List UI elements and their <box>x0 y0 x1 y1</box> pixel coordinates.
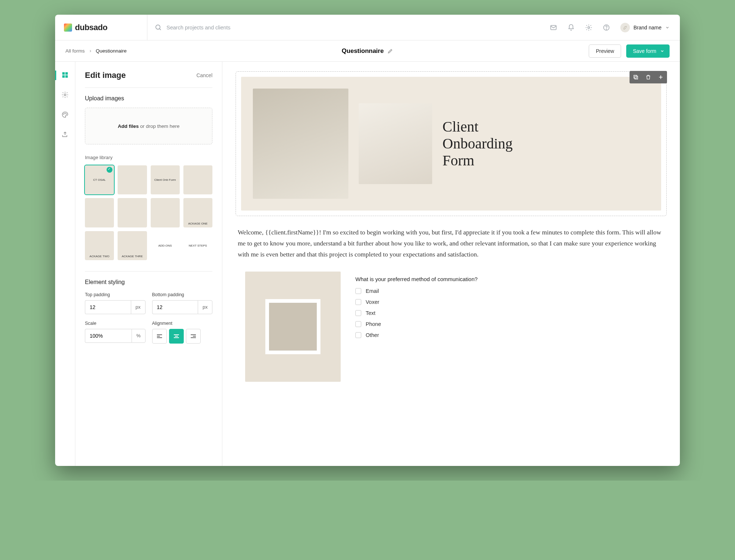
checkbox[interactable] <box>355 310 361 316</box>
breadcrumb-root[interactable]: All forms <box>65 48 85 54</box>
bottom-padding-label: Bottom padding <box>152 292 213 297</box>
svg-point-5 <box>606 29 606 29</box>
page-title-wrap: Questionnaire <box>342 47 393 55</box>
top-padding-input[interactable] <box>85 300 131 314</box>
panel-title: Edit image <box>85 71 126 80</box>
file-uploader[interactable]: Add files or drop them here <box>85 108 212 144</box>
checkbox-row[interactable]: Phone <box>355 321 657 327</box>
alignment-group <box>152 329 213 344</box>
pencil-icon[interactable] <box>387 48 393 54</box>
scale-label: Scale <box>85 321 146 326</box>
hero-image-left <box>253 89 348 199</box>
unit-label: px <box>131 300 146 314</box>
question-block: What is your preferred method of communi… <box>236 266 667 387</box>
checkbox-row[interactable]: Other <box>355 332 657 338</box>
palette-icon[interactable] <box>61 111 69 118</box>
library-thumb[interactable]: ACKAGE TWO <box>85 231 114 260</box>
library-thumb[interactable] <box>118 198 147 227</box>
checkbox-row[interactable]: Voxer <box>355 299 657 305</box>
sub-bar: All forms Questionnaire Questionnaire Pr… <box>55 40 680 62</box>
library-thumb[interactable]: Client Onb Form <box>151 165 180 194</box>
question-image[interactable] <box>245 272 341 382</box>
svg-point-11 <box>63 114 64 115</box>
hero-title: Client Onboarding Form <box>442 118 513 169</box>
tool-rail <box>55 62 75 466</box>
svg-line-1 <box>159 29 161 30</box>
library-thumb[interactable]: CT OSAL <box>85 165 114 194</box>
search <box>147 15 539 40</box>
upload-heading: Upload images <box>85 95 212 102</box>
hero-image: Client Onboarding Form <box>241 77 661 211</box>
intro-text[interactable]: Welcome, {{client.firstName}}! I'm so ex… <box>236 216 667 266</box>
bottom-padding-input[interactable] <box>152 300 198 314</box>
unit-label: px <box>198 300 212 314</box>
share-icon[interactable] <box>61 131 69 138</box>
chevron-right-icon <box>89 49 92 53</box>
page-title: Questionnaire <box>342 47 384 55</box>
library-thumb[interactable] <box>85 198 114 227</box>
image-library: CT OSAL Client Onb Form ACKAGE ONE ACKAG… <box>85 165 212 260</box>
avatar <box>620 23 630 32</box>
svg-rect-9 <box>65 75 68 78</box>
svg-rect-7 <box>65 72 68 75</box>
library-thumb[interactable] <box>118 165 147 194</box>
svg-rect-6 <box>62 72 65 75</box>
gear-icon[interactable] <box>585 24 592 31</box>
library-thumb[interactable]: NEXT STEPS <box>183 231 212 260</box>
mail-icon[interactable] <box>550 24 557 31</box>
logo-icon <box>64 24 72 32</box>
checkbox[interactable] <box>355 321 361 327</box>
duplicate-button[interactable] <box>630 71 642 83</box>
logo[interactable]: dubsado <box>55 23 147 32</box>
grid-icon[interactable] <box>61 71 69 79</box>
brand-switcher[interactable]: Brand name <box>620 23 680 32</box>
app-window: dubsado Brand name All forms Questionnai… <box>55 15 680 466</box>
checkbox-row[interactable]: Text <box>355 310 657 316</box>
subbar-actions: Preview Save form <box>589 44 670 58</box>
align-center-button[interactable] <box>169 329 184 344</box>
check-icon <box>107 167 112 173</box>
alignment-label: Alignment <box>152 321 213 326</box>
breadcrumb: All forms Questionnaire <box>65 48 589 54</box>
align-right-button[interactable] <box>186 329 201 344</box>
chevron-down-icon <box>665 25 670 30</box>
svg-point-13 <box>66 114 67 115</box>
align-left-button[interactable] <box>152 329 167 344</box>
checkbox[interactable] <box>355 332 361 338</box>
header-icons <box>539 24 620 31</box>
checkbox-row[interactable]: Email <box>355 288 657 294</box>
leaf-icon <box>623 25 628 30</box>
search-input[interactable] <box>166 25 277 30</box>
styling-heading: Element styling <box>85 271 212 286</box>
block-toolbar <box>630 71 667 83</box>
trash-icon <box>645 74 651 80</box>
library-thumb[interactable] <box>151 198 180 227</box>
svg-rect-14 <box>635 76 638 79</box>
header-bar: dubsado Brand name <box>55 15 680 40</box>
svg-point-10 <box>64 94 66 96</box>
brand-name-label: Brand name <box>634 25 662 30</box>
gear-icon[interactable] <box>61 91 69 98</box>
library-thumb[interactable] <box>183 165 212 194</box>
scale-input[interactable] <box>85 329 132 343</box>
chevron-down-icon <box>660 49 664 53</box>
selected-block[interactable]: Client Onboarding Form <box>236 71 667 216</box>
add-button[interactable] <box>655 71 667 83</box>
cancel-button[interactable]: Cancel <box>196 72 212 78</box>
plus-icon <box>658 74 664 80</box>
library-thumb[interactable]: ACKAGE ONE <box>183 198 212 227</box>
bell-icon[interactable] <box>567 24 575 31</box>
breadcrumb-current: Questionnaire <box>96 48 127 54</box>
checkbox[interactable] <box>355 299 361 305</box>
library-thumb[interactable]: ACKAGE THRE <box>118 231 147 260</box>
save-button-label: Save form <box>633 48 656 54</box>
top-padding-label: Top padding <box>85 292 146 297</box>
checkbox[interactable] <box>355 288 361 294</box>
help-icon[interactable] <box>603 24 610 31</box>
delete-button[interactable] <box>642 71 655 83</box>
svg-point-0 <box>156 25 160 29</box>
save-form-button[interactable]: Save form <box>626 44 670 58</box>
preview-button[interactable]: Preview <box>589 44 621 58</box>
body: Edit image Cancel Upload images Add file… <box>55 62 680 466</box>
library-thumb[interactable]: ADD-ONS <box>151 231 180 260</box>
